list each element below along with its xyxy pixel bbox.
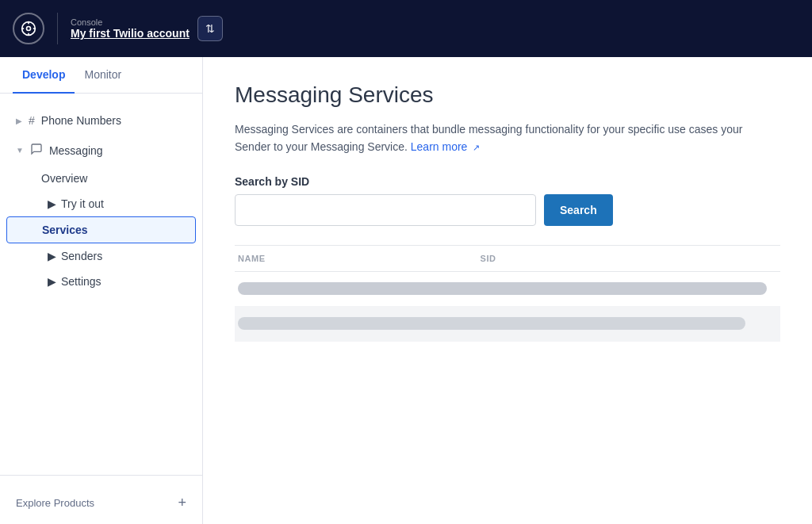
app-header: Console My first Twilio account ⇅ [0, 0, 812, 57]
account-switcher[interactable]: ⇅ [197, 16, 223, 41]
sidebar-item-services[interactable]: Services [6, 216, 196, 243]
app-logo [13, 13, 44, 44]
sidebar-item-try-it-out[interactable]: ▶ Try it out [0, 191, 202, 216]
chevron-right-small-icon: ▶ [48, 197, 56, 210]
plus-icon: + [178, 495, 186, 511]
chevron-right-settings-icon: ▶ [48, 275, 56, 288]
svg-point-1 [27, 27, 31, 31]
try-it-out-label: Try it out [61, 197, 104, 210]
sidebar-divider [0, 475, 202, 476]
senders-label: Senders [61, 250, 102, 262]
chevron-right-senders-icon: ▶ [48, 250, 56, 262]
results-table: NAME SID [235, 245, 780, 342]
messaging-label: Messaging [49, 144, 103, 157]
learn-more-link[interactable]: Learn more ↗ [411, 140, 480, 153]
account-info: Console My first Twilio account [71, 17, 190, 40]
chevron-right-icon: ▶ [16, 117, 22, 125]
column-sid-header: SID [481, 254, 780, 263]
sidebar-item-messaging[interactable]: ▼ Messaging [0, 135, 202, 166]
explore-products[interactable]: Explore Products + [0, 482, 202, 524]
sidebar-nav: ▶ # Phone Numbers ▼ Messaging Overview ▶… [0, 94, 202, 469]
search-row: Search [235, 194, 780, 226]
sidebar: Develop Monitor ▶ # Phone Numbers ▼ Mess… [0, 57, 203, 524]
explore-products-label: Explore Products [16, 497, 94, 509]
search-input[interactable] [235, 194, 536, 226]
description-text-1: Messaging Services are containers that b… [235, 123, 718, 136]
chevron-down-icon: ▼ [16, 146, 24, 155]
table-row [235, 307, 780, 342]
tab-develop[interactable]: Develop [13, 57, 75, 94]
tab-monitor[interactable]: Monitor [75, 57, 131, 94]
search-section: Search by SID Search [235, 175, 780, 226]
settings-label: Settings [61, 275, 102, 288]
main-content: Messaging Services Messaging Services ar… [203, 57, 812, 524]
page-title: Messaging Services [235, 82, 780, 108]
page-description: Messaging Services are containers that b… [235, 120, 780, 156]
sidebar-item-settings[interactable]: ▶ Settings [0, 269, 202, 294]
column-name-header: NAME [235, 254, 481, 263]
account-name: My first Twilio account [71, 27, 190, 40]
sidebar-tabs: Develop Monitor [0, 57, 202, 94]
table-row [235, 272, 780, 307]
sidebar-item-phone-numbers[interactable]: ▶ # Phone Numbers [0, 106, 202, 135]
hash-icon: # [29, 114, 35, 127]
sidebar-item-senders[interactable]: ▶ Senders [0, 243, 202, 269]
header-divider [57, 13, 58, 44]
search-button[interactable]: Search [544, 194, 613, 226]
chat-icon [30, 143, 43, 158]
console-label: Console [71, 17, 190, 27]
sidebar-item-overview[interactable]: Overview [0, 166, 202, 191]
table-header: NAME SID [235, 246, 780, 272]
learn-more-label: Learn more [411, 140, 468, 153]
main-layout: Develop Monitor ▶ # Phone Numbers ▼ Mess… [0, 57, 812, 524]
external-link-icon: ↗ [473, 143, 480, 152]
search-label: Search by SID [235, 175, 780, 188]
phone-numbers-label: Phone Numbers [41, 114, 121, 127]
